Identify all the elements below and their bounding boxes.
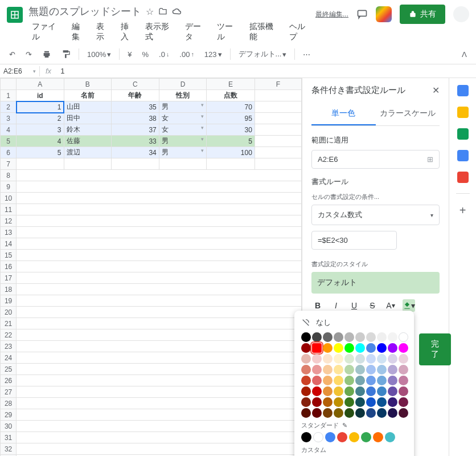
color-swatch[interactable] (355, 386, 365, 396)
color-swatch[interactable] (334, 386, 343, 396)
color-swatch[interactable] (355, 365, 365, 374)
color-swatch[interactable] (377, 408, 387, 418)
text-color-button[interactable]: A▾ (384, 299, 397, 312)
last-edit-link[interactable]: 最終編集... (315, 10, 348, 19)
color-swatch[interactable] (301, 354, 311, 364)
color-swatch[interactable] (301, 386, 311, 396)
col-header[interactable]: E (207, 79, 255, 90)
star-icon[interactable]: ☆ (146, 6, 154, 17)
condition-select[interactable]: カスタム数式▾ (311, 205, 440, 225)
increase-decimal-button[interactable]: .00↑ (177, 49, 196, 60)
currency-button[interactable]: ¥ (125, 49, 134, 60)
color-swatch[interactable] (334, 365, 343, 374)
spreadsheet-grid[interactable]: A B C D E F 1 id 名前 年齢 性別 点数 21山田35男▾70 … (0, 78, 302, 456)
row-header[interactable]: 1 (1, 90, 17, 101)
menu-insert[interactable]: 挿入 (117, 19, 139, 44)
color-swatch[interactable] (377, 343, 387, 353)
color-swatch[interactable] (366, 408, 376, 418)
color-swatch[interactable] (399, 365, 408, 374)
color-swatch[interactable] (323, 343, 333, 353)
color-swatch[interactable] (377, 332, 387, 342)
color-swatch[interactable] (323, 332, 333, 342)
meet-icon[interactable] (376, 6, 392, 22)
color-swatch[interactable] (344, 332, 354, 342)
color-swatch[interactable] (334, 397, 343, 407)
standard-color-swatch[interactable] (313, 432, 323, 442)
color-swatch[interactable] (355, 397, 365, 407)
standard-color-swatch[interactable] (325, 432, 335, 442)
keep-icon[interactable] (457, 107, 469, 118)
color-swatch[interactable] (366, 332, 376, 342)
more-toolbar-icon[interactable]: ⋯ (301, 49, 313, 60)
color-swatch[interactable] (334, 408, 343, 418)
color-swatch[interactable] (377, 365, 387, 374)
contacts-icon[interactable] (457, 150, 469, 161)
color-swatch[interactable] (377, 354, 387, 364)
color-swatch[interactable] (301, 365, 311, 374)
bold-button[interactable]: B (311, 299, 324, 312)
comment-icon[interactable] (356, 9, 368, 20)
color-swatch[interactable] (334, 354, 343, 364)
color-swatch[interactable] (312, 332, 322, 342)
color-swatch[interactable] (366, 386, 376, 396)
color-swatch[interactable] (399, 343, 408, 353)
color-swatch[interactable] (323, 365, 333, 374)
menu-edit[interactable]: 編集 (68, 19, 91, 44)
name-box[interactable]: A2:E6▾ (0, 66, 40, 76)
strike-button[interactable]: S (366, 299, 379, 312)
color-swatch[interactable] (388, 343, 397, 353)
standard-color-swatch[interactable] (349, 432, 359, 442)
color-swatch[interactable] (355, 343, 365, 353)
color-swatch[interactable] (344, 365, 354, 374)
italic-button[interactable]: I (330, 299, 342, 312)
color-swatch[interactable] (355, 376, 365, 385)
font-select[interactable]: デフォルト... ▾ (236, 48, 289, 60)
standard-color-swatch[interactable] (361, 432, 371, 442)
col-header[interactable]: D (159, 79, 207, 90)
done-button[interactable]: 完了 (419, 333, 451, 365)
maps-icon[interactable] (457, 172, 469, 183)
print-icon[interactable] (40, 48, 54, 60)
redo-icon[interactable]: ↷ (23, 49, 34, 60)
color-swatch[interactable] (388, 408, 397, 418)
fill-color-button[interactable]: ▾ (403, 299, 415, 312)
color-swatch[interactable] (377, 397, 387, 407)
color-swatch[interactable] (312, 365, 322, 374)
color-swatch[interactable] (312, 386, 322, 396)
color-swatch[interactable] (366, 376, 376, 385)
color-swatch[interactable] (388, 332, 397, 342)
close-icon[interactable]: ✕ (432, 85, 440, 96)
color-swatch[interactable] (344, 408, 354, 418)
color-swatch[interactable] (399, 376, 408, 385)
standard-color-swatch[interactable] (385, 432, 395, 442)
color-swatch[interactable] (399, 408, 408, 418)
apply-range-input[interactable]: A2:E6 ⊞ (311, 150, 440, 169)
grid-select-icon[interactable]: ⊞ (427, 155, 433, 164)
color-swatch[interactable] (399, 386, 408, 396)
color-swatch[interactable] (399, 332, 408, 342)
reset-color-row[interactable]: なし (301, 317, 407, 328)
share-button[interactable]: 共有 (400, 5, 445, 24)
underline-button[interactable]: U (348, 299, 360, 312)
add-addon-icon[interactable]: + (459, 204, 466, 217)
zoom-select[interactable]: 100% ▾ (85, 49, 113, 60)
color-swatch[interactable] (377, 376, 387, 385)
color-swatch[interactable] (323, 386, 333, 396)
document-title[interactable]: 無題のスプレッドシート (28, 5, 141, 18)
color-swatch[interactable] (388, 386, 397, 396)
color-swatch[interactable] (399, 354, 408, 364)
color-swatch[interactable] (366, 365, 376, 374)
color-swatch[interactable] (312, 354, 322, 364)
color-swatch[interactable] (366, 343, 376, 353)
undo-icon[interactable]: ↶ (7, 49, 18, 60)
menu-format[interactable]: 表示形式 (142, 19, 179, 44)
color-swatch[interactable] (355, 408, 365, 418)
percent-button[interactable]: % (139, 49, 151, 60)
collapse-toolbar-icon[interactable]: ᐱ (459, 49, 469, 60)
menu-file[interactable]: ファイル (28, 19, 66, 44)
col-header[interactable]: C (112, 79, 159, 90)
color-swatch[interactable] (323, 354, 333, 364)
color-swatch[interactable] (312, 408, 322, 418)
color-swatch[interactable] (312, 397, 322, 407)
color-swatch[interactable] (355, 332, 365, 342)
